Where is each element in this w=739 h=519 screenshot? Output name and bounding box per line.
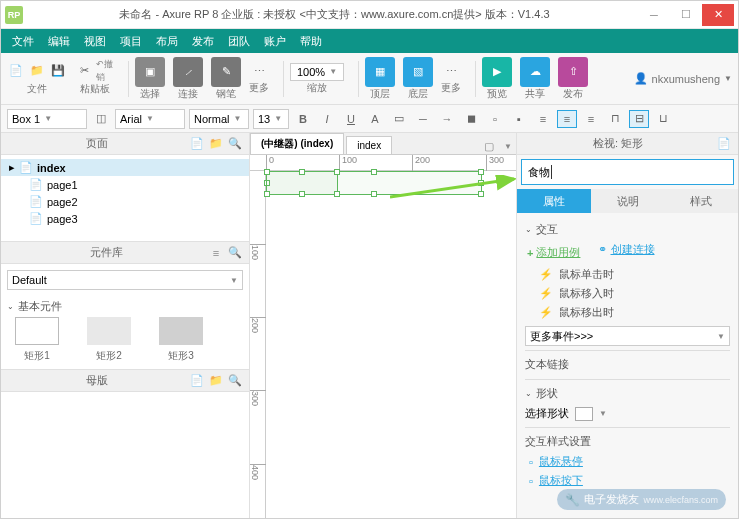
underline-icon[interactable]: U	[341, 110, 361, 128]
menu-help[interactable]: 帮助	[293, 30, 329, 53]
line-icon[interactable]: ─	[413, 110, 433, 128]
font-select[interactable]: Arial▼	[115, 109, 185, 129]
shape-picker[interactable]	[575, 407, 593, 421]
widget-name-field[interactable]: 食物	[521, 159, 734, 185]
arrow-icon[interactable]: →	[437, 110, 457, 128]
watermark: 🔧 电子发烧友www.elecfans.com	[557, 489, 726, 510]
add-master-icon[interactable]: 📄	[189, 373, 205, 389]
event-onmouseleave[interactable]: ⚡鼠标移出时	[525, 303, 730, 322]
undo-icon[interactable]: ↶撤销	[96, 62, 114, 80]
library-panel-header: 元件库 ≡ 🔍	[1, 242, 249, 264]
zoom-select[interactable]: 100%▼	[290, 63, 344, 81]
add-master-folder-icon[interactable]: 📁	[208, 373, 224, 389]
open-file-icon[interactable]: 📁	[28, 62, 46, 80]
more2-icon[interactable]: ⋯	[442, 63, 460, 81]
menu-account[interactable]: 账户	[257, 30, 293, 53]
ruler-horizontal: 0 100 200 300	[250, 155, 516, 171]
inspector-header: 检视: 矩形 📄	[517, 133, 738, 155]
weight-select[interactable]: Normal▼	[189, 109, 249, 129]
menu-view[interactable]: 视图	[77, 30, 113, 53]
tree-item-index[interactable]: ▸📄index	[1, 159, 249, 176]
event-onmouseenter[interactable]: ⚡鼠标移入时	[525, 284, 730, 303]
bring-front-icon[interactable]: ▦	[365, 57, 395, 87]
align-right-icon[interactable]: ≡	[581, 110, 601, 128]
menu-file[interactable]: 文件	[5, 30, 41, 53]
masters-panel-header: 母版 📄 📁 🔍	[1, 370, 249, 392]
user-menu[interactable]: 👤nkxumusheng▼	[634, 72, 732, 85]
menu-team[interactable]: 团队	[221, 30, 257, 53]
create-link[interactable]: ⚭ 创建连接	[598, 242, 654, 263]
cut-icon[interactable]: ✂	[75, 62, 93, 80]
tree-item-page2[interactable]: 📄page2	[1, 193, 249, 210]
menu-edit[interactable]: 编辑	[41, 30, 77, 53]
event-onclick[interactable]: ⚡鼠标单击时	[525, 265, 730, 284]
new-file-icon[interactable]: 📄	[7, 62, 25, 80]
close-canvas-icon[interactable]: ▢	[481, 138, 497, 154]
maximize-button[interactable]: ☐	[670, 4, 702, 26]
share-icon[interactable]: ☁	[520, 57, 550, 87]
align-center-icon[interactable]: ≡	[557, 110, 577, 128]
menu-publish[interactable]: 发布	[185, 30, 221, 53]
location-icon[interactable]: ◫	[91, 110, 111, 128]
add-page-icon[interactable]: 📄	[189, 136, 205, 152]
inspector-page-icon[interactable]: 📄	[716, 136, 732, 152]
tree-item-page3[interactable]: 📄page3	[1, 210, 249, 227]
tabs-menu-icon[interactable]: ▼	[500, 138, 516, 154]
add-folder-icon[interactable]: 📁	[208, 136, 224, 152]
align-left-icon[interactable]: ≡	[533, 110, 553, 128]
format-toolbar: Box 1▼ ◫ Arial▼ Normal▼ 13▼ B I U A ▭ ─ …	[1, 105, 738, 133]
interactions-section[interactable]: ⌄交互	[525, 219, 730, 240]
style-press[interactable]: ▫鼠标按下	[525, 471, 730, 490]
fill-icon[interactable]: ◼	[461, 110, 481, 128]
menu-arrange[interactable]: 布局	[149, 30, 185, 53]
menu-project[interactable]: 项目	[113, 30, 149, 53]
basic-widgets-header[interactable]: ⌄基本元件	[7, 296, 243, 317]
lib-search-icon[interactable]: 🔍	[227, 245, 243, 261]
tree-item-page1[interactable]: 📄page1	[1, 176, 249, 193]
more-icon[interactable]: ⋯	[250, 63, 268, 81]
valign-bot-icon[interactable]: ⊔	[653, 110, 673, 128]
bold-icon[interactable]: B	[293, 110, 313, 128]
main-toolbar: 📄 📁 💾 文件 ✂ ↶撤销 粘贴板 ▣选择 ⟋连接 ✎钢笔 ⋯更多 100%▼…	[1, 53, 738, 105]
valign-top-icon[interactable]: ⊓	[605, 110, 625, 128]
tab-properties[interactable]: 属性	[517, 189, 591, 213]
border-icon[interactable]: ▭	[389, 110, 409, 128]
library-select[interactable]: Default▼	[7, 270, 243, 290]
add-case-link[interactable]: +添加用例	[525, 242, 582, 263]
select-mode-icon[interactable]: ▣	[135, 57, 165, 87]
minimize-button[interactable]: ─	[638, 4, 670, 26]
connect-icon[interactable]: ⟋	[173, 57, 203, 87]
clipboard-group-label: 粘贴板	[80, 82, 110, 96]
master-search-icon[interactable]: 🔍	[227, 373, 243, 389]
widget-rect1[interactable]: 矩形1	[15, 317, 59, 363]
save-file-icon[interactable]: 💾	[49, 62, 67, 80]
tab-repeater[interactable]: (中继器) (index)	[250, 133, 344, 154]
widget-name-input[interactable]: Box 1▼	[7, 109, 87, 129]
publish-icon[interactable]: ⇧	[558, 57, 588, 87]
lib-menu-icon[interactable]: ≡	[208, 245, 224, 261]
tab-index[interactable]: index	[346, 136, 392, 154]
ruler-vertical: 100 200 300 400	[250, 171, 266, 519]
widget-rect3[interactable]: 矩形3	[159, 317, 203, 363]
search-icon[interactable]: 🔍	[227, 136, 243, 152]
shadow-in-icon[interactable]: ▪	[509, 110, 529, 128]
shadow-out-icon[interactable]: ▫	[485, 110, 505, 128]
size-select[interactable]: 13▼	[253, 109, 289, 129]
close-button[interactable]: ✕	[702, 4, 734, 26]
style-hover[interactable]: ▫鼠标悬停	[525, 452, 730, 471]
canvas[interactable]: 0 100 200 300 100 200 300 400	[250, 155, 516, 519]
tab-notes[interactable]: 说明	[591, 189, 665, 213]
ix-styles-section: 交互样式设置	[525, 427, 730, 452]
shape-section[interactable]: ⌄形状	[525, 379, 730, 404]
widget-rect2[interactable]: 矩形2	[87, 317, 131, 363]
italic-icon[interactable]: I	[317, 110, 337, 128]
pen-icon[interactable]: ✎	[211, 57, 241, 87]
tab-style[interactable]: 样式	[664, 189, 738, 213]
more-events-select[interactable]: 更多事件>>>▼	[525, 326, 730, 346]
send-back-icon[interactable]: ▧	[403, 57, 433, 87]
selected-widget[interactable]	[266, 171, 482, 195]
pages-panel-header: 页面 📄 📁 🔍	[1, 133, 249, 155]
preview-icon[interactable]: ▶	[482, 57, 512, 87]
text-color-icon[interactable]: A	[365, 110, 385, 128]
valign-mid-icon[interactable]: ⊟	[629, 110, 649, 128]
